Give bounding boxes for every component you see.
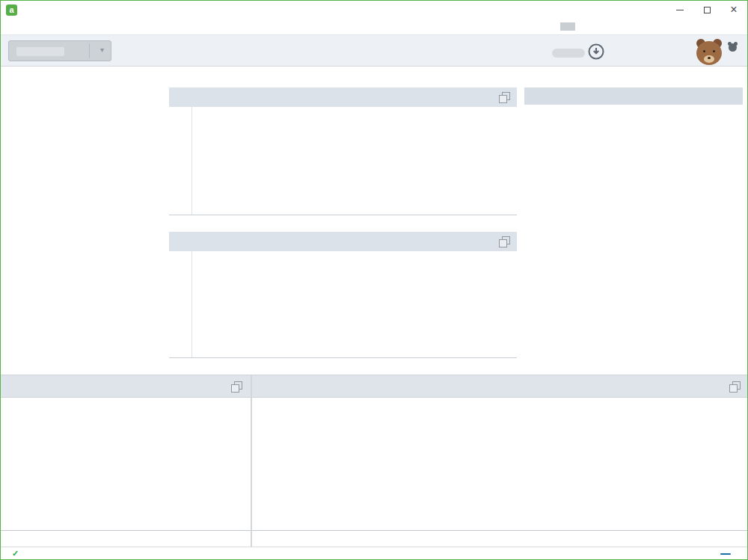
band-2-4ghz-header xyxy=(1,375,251,398)
copy-icon[interactable] xyxy=(231,381,242,392)
app-window xyxy=(0,0,748,560)
app-icon xyxy=(6,4,17,16)
band-charts xyxy=(1,375,748,547)
user-org xyxy=(729,43,740,52)
close-button[interactable] xyxy=(720,1,747,19)
menubar xyxy=(1,19,747,34)
maximize-button[interactable] xyxy=(693,1,720,19)
frame-type-panel xyxy=(524,87,743,109)
titlebar xyxy=(1,1,747,19)
user-text xyxy=(729,39,740,66)
signal-strength-panel xyxy=(169,87,517,215)
frame-table-header xyxy=(524,87,743,105)
toolbar xyxy=(1,34,747,67)
minimize-icon xyxy=(676,10,684,10)
progress-pill xyxy=(552,49,585,58)
user-account[interactable] xyxy=(696,39,740,66)
divider xyxy=(89,43,90,58)
menu-gray-box xyxy=(560,22,575,31)
metageek-logo-icon xyxy=(729,43,737,52)
chevron-down-icon xyxy=(100,46,104,54)
band-5ghz-header xyxy=(252,375,748,398)
capture-control-disabled[interactable] xyxy=(8,40,111,61)
copy-icon[interactable] xyxy=(729,381,740,392)
maximize-icon xyxy=(704,7,711,13)
signal-strength-header xyxy=(169,87,517,107)
band-2-4ghz-panel xyxy=(1,375,252,547)
avatar xyxy=(696,39,723,66)
window-controls xyxy=(666,1,747,19)
frame-counts-note xyxy=(524,105,743,109)
band-5ghz-plot xyxy=(252,398,748,531)
utilization-plot xyxy=(169,251,517,358)
utilization-panel xyxy=(169,232,517,358)
device-details-sidebar xyxy=(8,89,168,96)
signal-strength-plot xyxy=(169,107,517,215)
check-icon xyxy=(12,549,19,559)
copy-icon[interactable] xyxy=(499,236,509,247)
copy-icon[interactable] xyxy=(499,92,509,102)
band-5ghz-panel xyxy=(252,375,748,547)
minimize-button[interactable] xyxy=(666,1,693,19)
admin-badge xyxy=(720,553,731,555)
band-2-4ghz-plot xyxy=(1,398,251,531)
status-right xyxy=(720,553,741,555)
statusbar xyxy=(1,547,747,560)
close-icon xyxy=(730,4,737,16)
main-content xyxy=(1,67,747,375)
capture-ghost-label xyxy=(16,47,64,56)
frame-type-sunburst-chart xyxy=(551,201,715,366)
utilization-header xyxy=(169,232,517,251)
download-icon[interactable] xyxy=(587,43,605,61)
